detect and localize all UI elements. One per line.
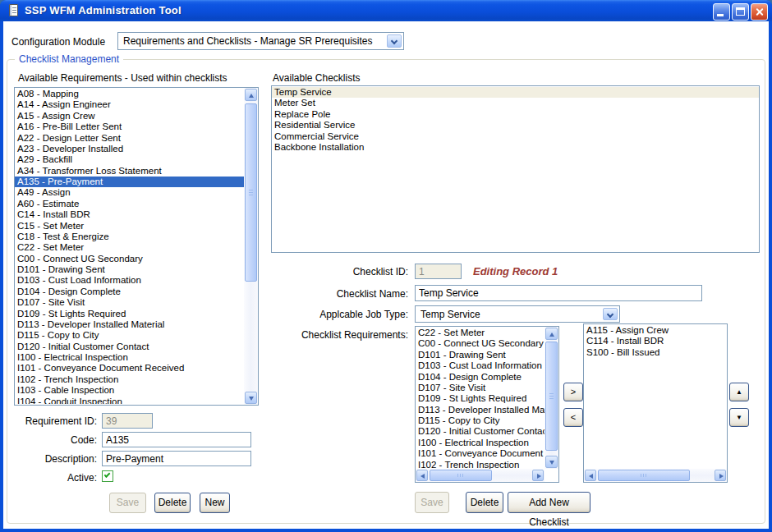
- requirement-list-item[interactable]: A49 - Assign: [15, 187, 244, 198]
- dropdown-button[interactable]: [603, 308, 618, 320]
- checklist-list-item[interactable]: Replace Pole: [272, 109, 759, 120]
- code-field[interactable]: [102, 432, 251, 447]
- checklist-requirement-item[interactable]: D107 - Site Visit: [416, 383, 545, 393]
- minimize-button[interactable]: [713, 3, 730, 21]
- requirement-list-item[interactable]: C18 - Test & Energize: [15, 232, 244, 242]
- checklist-requirement-item[interactable]: D104 - Design Complete: [416, 372, 545, 383]
- checklist-requirement-item[interactable]: C00 - Connect UG Secondary: [416, 338, 545, 349]
- requirement-list-item[interactable]: D113 - Developer Installed Material: [15, 319, 244, 330]
- requirement-new-button[interactable]: New: [200, 493, 230, 513]
- horizontal-scrollbar[interactable]: [416, 469, 545, 482]
- checklist-list-item[interactable]: Meter Set: [272, 98, 759, 108]
- requirement-list-item[interactable]: A29 - Backfill: [15, 154, 244, 165]
- checklist-name-field[interactable]: [415, 285, 702, 301]
- requirement-list-item[interactable]: A60 - Estimate: [15, 199, 244, 209]
- checklist-save-button[interactable]: Save: [415, 492, 449, 513]
- dropdown-button[interactable]: [387, 34, 402, 48]
- checklist-id-field[interactable]: [415, 264, 462, 279]
- requirement-list-item[interactable]: D104 - Design Complete: [15, 287, 244, 297]
- scroll-down-button[interactable]: [545, 456, 558, 468]
- add-new-checklist-button[interactable]: Add New Checklist: [508, 492, 590, 513]
- requirement-list-item[interactable]: A23 - Developer Installed: [15, 144, 244, 154]
- requirement-id-field[interactable]: [102, 413, 153, 429]
- assigned-requirement-item[interactable]: C114 - Install BDR: [584, 336, 727, 346]
- requirement-list-item[interactable]: A14 - Assign Engineer: [15, 99, 244, 110]
- requirement-list-item[interactable]: A16 - Pre-Bill Letter Sent: [15, 122, 244, 132]
- scrollbar-thumb[interactable]: [545, 342, 558, 451]
- requirement-list-item[interactable]: D103 - Cust Load Information: [15, 275, 244, 286]
- requirement-list-item[interactable]: C22 - Set Meter: [15, 242, 244, 253]
- requirement-list-item[interactable]: I104 - Conduit Inspection: [15, 397, 244, 405]
- requirement-list-item[interactable]: A135 - Pre-Payment: [15, 177, 244, 187]
- requirement-delete-button[interactable]: Delete: [154, 493, 191, 513]
- move-up-button[interactable]: ▲: [729, 383, 749, 401]
- description-field[interactable]: [102, 451, 251, 466]
- scroll-down-button[interactable]: [245, 392, 257, 404]
- requirement-save-button[interactable]: Save: [109, 493, 146, 513]
- requirement-list-item[interactable]: A15 - Assign Crew: [15, 111, 244, 122]
- checklist-assigned-requirements-list[interactable]: A115 - Assign CrewC114 - Install BDRS100…: [583, 323, 728, 483]
- requirement-list-item[interactable]: I102 - Trench Inspection: [15, 374, 244, 385]
- close-button[interactable]: [751, 3, 768, 21]
- requirement-list-item[interactable]: D115 - Copy to City: [15, 330, 244, 341]
- scrollbar-thumb[interactable]: [598, 470, 690, 481]
- checklist-list-item[interactable]: Temp Service: [272, 87, 759, 98]
- checklist-requirement-item[interactable]: D115 - Copy to City: [416, 415, 545, 426]
- scroll-right-button[interactable]: [532, 470, 544, 481]
- configuration-module-select[interactable]: Requirements and Checklists - Manage SR …: [117, 32, 404, 50]
- checklist-requirement-item[interactable]: I101 - Conveyance Document Received: [416, 448, 545, 459]
- checklist-requirement-item[interactable]: D113 - Developer Installed Material: [416, 405, 545, 415]
- checklist-list-item[interactable]: Commercial Service: [272, 131, 759, 142]
- requirement-list-item[interactable]: C00 - Connect UG Secondary: [15, 254, 244, 264]
- checklist-list-item[interactable]: Backbone Installation: [272, 142, 759, 153]
- checklist-requirement-item[interactable]: I102 - Trench Inspection: [416, 460, 545, 470]
- requirement-list-item[interactable]: A34 - Transformer Loss Statement: [15, 166, 244, 177]
- requirement-list-item[interactable]: I101 - Conveyance Document Received: [15, 363, 244, 374]
- checklist-requirement-item[interactable]: C22 - Set Meter: [416, 328, 545, 338]
- move-down-button[interactable]: ▼: [729, 408, 749, 427]
- checklist-requirement-item[interactable]: I100 - Electrical Inspection: [416, 438, 545, 448]
- add-requirement-button[interactable]: >: [563, 383, 583, 401]
- checklist-requirement-item[interactable]: D120 - Initial Customer Contact: [416, 426, 545, 437]
- vertical-scrollbar[interactable]: [545, 327, 558, 469]
- app-window: SSP WFM Administration Tool Configuratio…: [0, 0, 772, 532]
- window-title: SSP WFM Administration Tool: [25, 4, 182, 16]
- scroll-right-button[interactable]: [715, 470, 726, 481]
- scroll-left-button[interactable]: [416, 470, 428, 481]
- checklist-requirement-item[interactable]: D101 - Drawing Sent: [416, 350, 545, 360]
- requirement-list-item[interactable]: I100 - Electrical Inspection: [15, 352, 244, 363]
- scroll-up-button[interactable]: [545, 328, 558, 340]
- requirement-list-item[interactable]: A08 - Mapping: [15, 89, 244, 99]
- available-requirements-list[interactable]: A08 - MappingA14 - Assign EngineerA15 - …: [14, 87, 259, 406]
- maximize-button[interactable]: [732, 3, 749, 21]
- active-checkbox[interactable]: [102, 470, 113, 482]
- checklist-requirement-item[interactable]: D103 - Cust Load Information: [416, 360, 545, 371]
- horizontal-scrollbar[interactable]: [584, 469, 727, 482]
- checklist-requirement-item[interactable]: D109 - St Lights Required: [416, 393, 545, 404]
- scroll-up-button[interactable]: [245, 89, 257, 101]
- requirement-list-item[interactable]: D109 - St Lights Required: [15, 309, 244, 319]
- scrollbar-thumb[interactable]: [430, 470, 492, 481]
- assigned-requirement-item[interactable]: S100 - Bill Issued: [584, 347, 727, 358]
- requirement-list-item[interactable]: I103 - Cable Inspection: [15, 385, 244, 396]
- applicable-job-type-select[interactable]: Temp Service: [415, 305, 620, 323]
- requirement-list-item[interactable]: C15 - Set Meter: [15, 221, 244, 232]
- code-label: Code:: [0, 434, 97, 446]
- requirement-list-item[interactable]: A22 - Design Letter Sent: [15, 133, 244, 144]
- applicable-job-type-value: Temp Service: [420, 309, 480, 320]
- checklist-list-item[interactable]: Residential Service: [272, 120, 759, 131]
- scroll-left-button[interactable]: [585, 470, 596, 481]
- requirement-list-item[interactable]: D107 - Site Visit: [15, 297, 244, 308]
- requirement-list-item[interactable]: C14 - Install BDR: [15, 209, 244, 220]
- available-checklists-list[interactable]: Temp ServiceMeter SetReplace PoleResiden…: [271, 85, 760, 253]
- scroll-left-icon: [589, 474, 593, 479]
- title-bar[interactable]: SSP WFM Administration Tool: [0, 0, 772, 21]
- scrollbar-thumb[interactable]: [245, 103, 257, 282]
- checklist-available-requirements-list[interactable]: C22 - Set MeterC00 - Connect UG Secondar…: [415, 326, 559, 483]
- assigned-requirement-item[interactable]: A115 - Assign Crew: [584, 325, 727, 336]
- requirement-list-item[interactable]: D120 - Initial Customer Contact: [15, 342, 244, 352]
- requirement-list-item[interactable]: D101 - Drawing Sent: [15, 264, 244, 275]
- checklist-delete-button[interactable]: Delete: [466, 492, 503, 513]
- requirements-vertical-scrollbar[interactable]: [244, 88, 258, 405]
- remove-requirement-button[interactable]: <: [563, 408, 583, 427]
